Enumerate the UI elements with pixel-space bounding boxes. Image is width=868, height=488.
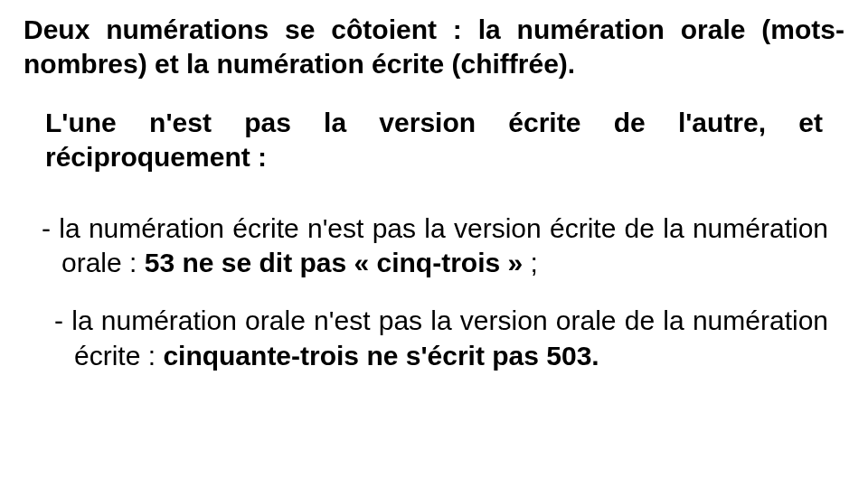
- list-item: - la numération orale n'est pas la versi…: [24, 304, 828, 373]
- dash-icon: -: [54, 305, 71, 335]
- dash-icon: -: [42, 213, 59, 243]
- bullet-list: - la numération écrite n'est pas la vers…: [18, 211, 850, 374]
- bullet-bold: cinquante-trois ne s'écrit pas 503.: [163, 341, 599, 371]
- list-item: - la numération écrite n'est pas la vers…: [18, 211, 828, 281]
- bullet-bold: 53 ne se dit pas « cinq-trois »: [145, 248, 523, 277]
- bullet-post: ;: [523, 248, 538, 277]
- subheading-text: L'une n'est pas la version écrite de l'a…: [45, 106, 823, 175]
- heading-text: Deux numérations se côtoient : la numéra…: [18, 13, 850, 82]
